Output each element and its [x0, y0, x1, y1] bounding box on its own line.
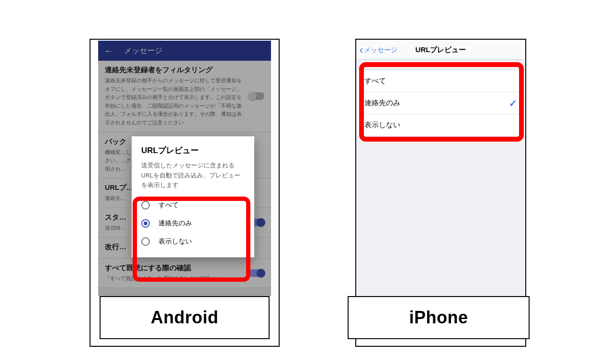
dialog-option-contacts-only[interactable]: 連絡先のみ [132, 214, 254, 232]
ios-navbar: ‹ メッセージ URLプレビュー [357, 41, 525, 60]
dialog-title: URLプレビュー [132, 145, 254, 161]
radio-icon [141, 201, 150, 210]
option-contacts-only[interactable]: 連絡先のみ ✓ [357, 92, 525, 114]
checkmark-icon: ✓ [509, 98, 517, 109]
option-label: すべて [364, 77, 386, 86]
caption-android: Android [100, 296, 270, 339]
option-all[interactable]: すべて [357, 70, 525, 92]
dialog-option-all[interactable]: すべて [132, 196, 254, 214]
option-none[interactable]: 表示しない [357, 114, 525, 136]
option-label: 連絡先のみ [364, 99, 400, 108]
option-label: 表示しない [364, 121, 400, 130]
caption-text: iPhone [409, 308, 468, 328]
iphone-screen: ‹ メッセージ URLプレビュー すべて 連絡先のみ ✓ 表示しない [357, 41, 525, 296]
android-screen: ← メッセージ 連絡先未登録者をフィルタリング 連絡先未登録の相手からのメッセー… [98, 41, 271, 296]
radio-icon [141, 237, 150, 246]
url-preview-dialog: URLプレビュー 送受信したメッセージに含まれるURLを自動で読み込み、プレビュ… [132, 136, 254, 257]
caption-text: Android [151, 308, 218, 328]
option-label: 表示しない [158, 237, 192, 246]
page-title: URLプレビュー [357, 45, 525, 55]
ios-options-list: すべて 連絡先のみ ✓ 表示しない [357, 69, 525, 136]
option-label: 連絡先のみ [158, 219, 192, 228]
option-label: すべて [158, 201, 179, 210]
dialog-option-none[interactable]: 表示しない [132, 232, 254, 251]
dialog-description: 送受信したメッセージに含まれるURLを自動で読み込み、プレビューを表示します [132, 161, 254, 196]
radio-icon [141, 219, 150, 228]
caption-iphone: iPhone [348, 296, 530, 339]
